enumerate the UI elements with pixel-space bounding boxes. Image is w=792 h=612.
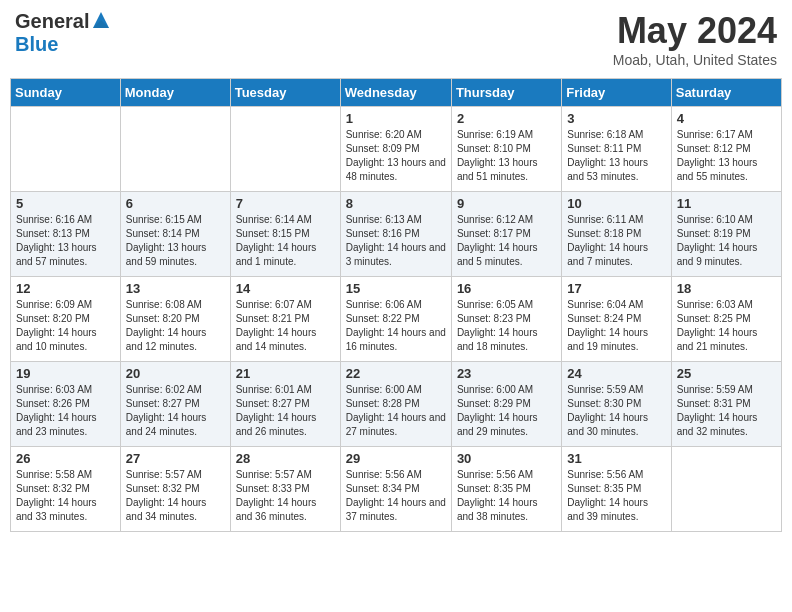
calendar-cell: 25Sunrise: 5:59 AMSunset: 8:31 PMDayligh… [671, 362, 781, 447]
day-number: 1 [346, 111, 446, 126]
day-info: Sunrise: 6:19 AMSunset: 8:10 PMDaylight:… [457, 128, 556, 184]
day-number: 9 [457, 196, 556, 211]
day-info: Sunrise: 6:00 AMSunset: 8:28 PMDaylight:… [346, 383, 446, 439]
day-info: Sunrise: 6:08 AMSunset: 8:20 PMDaylight:… [126, 298, 225, 354]
logo-general-text: General [15, 10, 89, 33]
calendar-week-row: 5Sunrise: 6:16 AMSunset: 8:13 PMDaylight… [11, 192, 782, 277]
calendar-cell: 31Sunrise: 5:56 AMSunset: 8:35 PMDayligh… [562, 447, 671, 532]
calendar-cell: 5Sunrise: 6:16 AMSunset: 8:13 PMDaylight… [11, 192, 121, 277]
calendar-cell: 10Sunrise: 6:11 AMSunset: 8:18 PMDayligh… [562, 192, 671, 277]
day-info: Sunrise: 6:01 AMSunset: 8:27 PMDaylight:… [236, 383, 335, 439]
logo-blue-text: Blue [15, 33, 58, 56]
calendar-cell: 15Sunrise: 6:06 AMSunset: 8:22 PMDayligh… [340, 277, 451, 362]
calendar-cell: 12Sunrise: 6:09 AMSunset: 8:20 PMDayligh… [11, 277, 121, 362]
day-number: 5 [16, 196, 115, 211]
calendar-cell: 18Sunrise: 6:03 AMSunset: 8:25 PMDayligh… [671, 277, 781, 362]
day-number: 16 [457, 281, 556, 296]
calendar-cell: 24Sunrise: 5:59 AMSunset: 8:30 PMDayligh… [562, 362, 671, 447]
calendar: SundayMondayTuesdayWednesdayThursdayFrid… [10, 78, 782, 532]
calendar-week-row: 26Sunrise: 5:58 AMSunset: 8:32 PMDayligh… [11, 447, 782, 532]
day-info: Sunrise: 6:18 AMSunset: 8:11 PMDaylight:… [567, 128, 665, 184]
calendar-cell: 22Sunrise: 6:00 AMSunset: 8:28 PMDayligh… [340, 362, 451, 447]
calendar-header-friday: Friday [562, 79, 671, 107]
day-number: 10 [567, 196, 665, 211]
day-number: 7 [236, 196, 335, 211]
day-number: 26 [16, 451, 115, 466]
day-info: Sunrise: 6:03 AMSunset: 8:26 PMDaylight:… [16, 383, 115, 439]
calendar-cell [120, 107, 230, 192]
calendar-cell: 23Sunrise: 6:00 AMSunset: 8:29 PMDayligh… [451, 362, 561, 447]
day-number: 17 [567, 281, 665, 296]
calendar-cell: 1Sunrise: 6:20 AMSunset: 8:09 PMDaylight… [340, 107, 451, 192]
day-info: Sunrise: 6:16 AMSunset: 8:13 PMDaylight:… [16, 213, 115, 269]
day-number: 20 [126, 366, 225, 381]
day-number: 13 [126, 281, 225, 296]
day-number: 6 [126, 196, 225, 211]
day-number: 2 [457, 111, 556, 126]
day-number: 11 [677, 196, 776, 211]
title-area: May 2024 Moab, Utah, United States [613, 10, 777, 68]
calendar-cell: 9Sunrise: 6:12 AMSunset: 8:17 PMDaylight… [451, 192, 561, 277]
day-info: Sunrise: 6:04 AMSunset: 8:24 PMDaylight:… [567, 298, 665, 354]
calendar-cell: 14Sunrise: 6:07 AMSunset: 8:21 PMDayligh… [230, 277, 340, 362]
day-number: 29 [346, 451, 446, 466]
day-number: 3 [567, 111, 665, 126]
calendar-cell: 4Sunrise: 6:17 AMSunset: 8:12 PMDaylight… [671, 107, 781, 192]
day-info: Sunrise: 6:20 AMSunset: 8:09 PMDaylight:… [346, 128, 446, 184]
calendar-cell: 19Sunrise: 6:03 AMSunset: 8:26 PMDayligh… [11, 362, 121, 447]
day-info: Sunrise: 6:12 AMSunset: 8:17 PMDaylight:… [457, 213, 556, 269]
day-info: Sunrise: 5:59 AMSunset: 8:30 PMDaylight:… [567, 383, 665, 439]
day-info: Sunrise: 6:06 AMSunset: 8:22 PMDaylight:… [346, 298, 446, 354]
day-info: Sunrise: 6:14 AMSunset: 8:15 PMDaylight:… [236, 213, 335, 269]
day-number: 25 [677, 366, 776, 381]
calendar-cell [11, 107, 121, 192]
day-number: 15 [346, 281, 446, 296]
day-info: Sunrise: 5:56 AMSunset: 8:34 PMDaylight:… [346, 468, 446, 524]
calendar-header-saturday: Saturday [671, 79, 781, 107]
day-number: 30 [457, 451, 556, 466]
day-info: Sunrise: 6:05 AMSunset: 8:23 PMDaylight:… [457, 298, 556, 354]
day-info: Sunrise: 6:15 AMSunset: 8:14 PMDaylight:… [126, 213, 225, 269]
day-number: 12 [16, 281, 115, 296]
day-info: Sunrise: 6:03 AMSunset: 8:25 PMDaylight:… [677, 298, 776, 354]
day-number: 8 [346, 196, 446, 211]
calendar-header-sunday: Sunday [11, 79, 121, 107]
day-info: Sunrise: 5:56 AMSunset: 8:35 PMDaylight:… [567, 468, 665, 524]
calendar-cell: 13Sunrise: 6:08 AMSunset: 8:20 PMDayligh… [120, 277, 230, 362]
calendar-header-row: SundayMondayTuesdayWednesdayThursdayFrid… [11, 79, 782, 107]
day-info: Sunrise: 6:07 AMSunset: 8:21 PMDaylight:… [236, 298, 335, 354]
day-info: Sunrise: 6:02 AMSunset: 8:27 PMDaylight:… [126, 383, 225, 439]
day-info: Sunrise: 6:17 AMSunset: 8:12 PMDaylight:… [677, 128, 776, 184]
calendar-cell: 3Sunrise: 6:18 AMSunset: 8:11 PMDaylight… [562, 107, 671, 192]
calendar-cell: 16Sunrise: 6:05 AMSunset: 8:23 PMDayligh… [451, 277, 561, 362]
day-info: Sunrise: 5:57 AMSunset: 8:33 PMDaylight:… [236, 468, 335, 524]
day-info: Sunrise: 5:56 AMSunset: 8:35 PMDaylight:… [457, 468, 556, 524]
day-info: Sunrise: 5:59 AMSunset: 8:31 PMDaylight:… [677, 383, 776, 439]
calendar-header-thursday: Thursday [451, 79, 561, 107]
day-info: Sunrise: 6:00 AMSunset: 8:29 PMDaylight:… [457, 383, 556, 439]
day-number: 18 [677, 281, 776, 296]
calendar-header-tuesday: Tuesday [230, 79, 340, 107]
calendar-cell [230, 107, 340, 192]
calendar-header-wednesday: Wednesday [340, 79, 451, 107]
calendar-cell: 27Sunrise: 5:57 AMSunset: 8:32 PMDayligh… [120, 447, 230, 532]
calendar-cell: 30Sunrise: 5:56 AMSunset: 8:35 PMDayligh… [451, 447, 561, 532]
day-number: 22 [346, 366, 446, 381]
day-info: Sunrise: 6:13 AMSunset: 8:16 PMDaylight:… [346, 213, 446, 269]
calendar-cell: 2Sunrise: 6:19 AMSunset: 8:10 PMDaylight… [451, 107, 561, 192]
month-title: May 2024 [613, 10, 777, 52]
day-info: Sunrise: 5:58 AMSunset: 8:32 PMDaylight:… [16, 468, 115, 524]
calendar-cell: 28Sunrise: 5:57 AMSunset: 8:33 PMDayligh… [230, 447, 340, 532]
calendar-week-row: 19Sunrise: 6:03 AMSunset: 8:26 PMDayligh… [11, 362, 782, 447]
calendar-cell: 7Sunrise: 6:14 AMSunset: 8:15 PMDaylight… [230, 192, 340, 277]
day-number: 19 [16, 366, 115, 381]
day-info: Sunrise: 5:57 AMSunset: 8:32 PMDaylight:… [126, 468, 225, 524]
calendar-cell: 6Sunrise: 6:15 AMSunset: 8:14 PMDaylight… [120, 192, 230, 277]
day-number: 23 [457, 366, 556, 381]
calendar-header-monday: Monday [120, 79, 230, 107]
day-number: 14 [236, 281, 335, 296]
day-number: 24 [567, 366, 665, 381]
logo-icon [91, 10, 111, 30]
day-number: 28 [236, 451, 335, 466]
calendar-cell: 29Sunrise: 5:56 AMSunset: 8:34 PMDayligh… [340, 447, 451, 532]
